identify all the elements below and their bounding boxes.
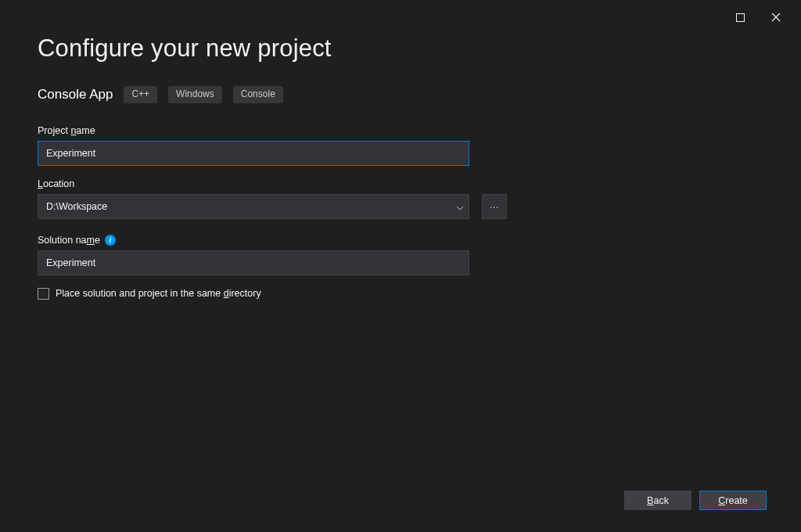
location-combo[interactable] [38, 194, 469, 219]
footer-buttons: Back Create [624, 491, 767, 510]
page-title: Configure your new project [38, 34, 763, 63]
project-name-input[interactable] [38, 141, 469, 166]
location-input[interactable] [38, 194, 469, 219]
location-field: Location ... [38, 178, 763, 219]
same-directory-checkbox-row: Place solution and project in the same d… [38, 288, 763, 300]
maximize-button[interactable] [729, 8, 751, 27]
back-button[interactable]: Back [624, 491, 691, 510]
maximize-icon [736, 13, 745, 22]
close-icon [771, 13, 781, 22]
location-label: Location [38, 178, 763, 189]
tag-console: Console [233, 86, 283, 103]
tag-windows: Windows [168, 86, 222, 103]
page-content: Configure your new project Console App C… [0, 0, 801, 300]
svg-rect-0 [736, 13, 744, 21]
project-name-label: Project name [38, 125, 469, 136]
solution-name-input[interactable] [38, 250, 469, 275]
close-button[interactable] [765, 8, 787, 27]
info-icon[interactable]: i [105, 235, 116, 246]
solution-name-field: Solution name i [38, 235, 469, 275]
browse-button[interactable]: ... [482, 194, 507, 219]
window-titlebar-controls [729, 0, 801, 27]
project-type-row: Console App C++ Windows Console [38, 86, 763, 103]
project-name-field: Project name [38, 125, 469, 166]
tag-cpp: C++ [124, 86, 157, 103]
solution-name-label: Solution name i [38, 235, 469, 246]
project-type-name: Console App [38, 87, 113, 102]
same-directory-checkbox[interactable] [38, 288, 49, 300]
create-button[interactable]: Create [699, 491, 767, 510]
same-directory-label[interactable]: Place solution and project in the same d… [56, 288, 261, 299]
